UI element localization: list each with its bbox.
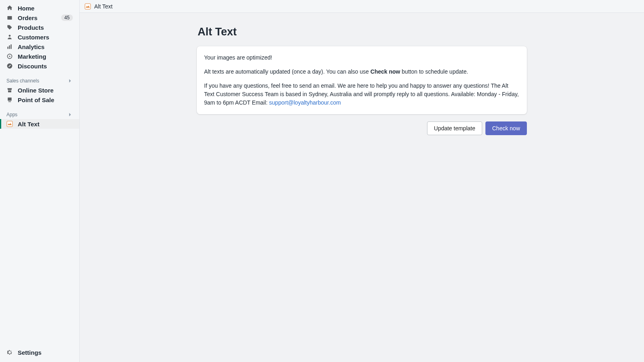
support-email-link[interactable]: support@loyaltyharbour.com bbox=[269, 99, 341, 106]
sidebar-item-label: Settings bbox=[18, 349, 41, 356]
content: Alt Text Your images are optimized! Alt … bbox=[80, 13, 644, 362]
card-text-fragment: If you have any questions, feel free to … bbox=[204, 82, 519, 106]
sidebar-item-label: Alt Text bbox=[18, 121, 39, 128]
topbar: Alt Text bbox=[80, 0, 644, 13]
card-text-fragment: button to schedule update. bbox=[400, 68, 468, 75]
sidebar-item-label: Online Store bbox=[18, 87, 54, 94]
gear-icon bbox=[6, 349, 13, 356]
card-text-optimized: Your images are optimized! bbox=[204, 53, 520, 62]
actions-row: Update template Check now bbox=[197, 121, 527, 135]
card-text-fragment: Alt texts are automatically updated (onc… bbox=[204, 68, 370, 75]
check-now-button[interactable]: Check now bbox=[485, 121, 527, 135]
sidebar-item-orders[interactable]: Orders 45 bbox=[0, 13, 79, 23]
sidebar-item-customers[interactable]: Customers bbox=[0, 32, 79, 42]
sidebar-item-analytics[interactable]: Analytics bbox=[0, 42, 79, 51]
sidebar-item-point-of-sale[interactable]: Point of Sale bbox=[0, 95, 79, 105]
sidebar-item-label: Products bbox=[18, 24, 44, 31]
svg-rect-9 bbox=[8, 97, 12, 101]
sidebar-item-products[interactable]: Products bbox=[0, 23, 79, 32]
discounts-icon bbox=[6, 63, 13, 69]
info-card: Your images are optimized! Alt texts are… bbox=[197, 46, 527, 114]
sidebar-section-sales-channels[interactable]: Sales channels bbox=[0, 75, 79, 85]
section-label: Apps bbox=[6, 112, 17, 117]
marketing-icon bbox=[6, 53, 13, 60]
alt-text-app-icon bbox=[85, 3, 91, 10]
sidebar-item-home[interactable]: Home bbox=[0, 3, 79, 13]
sidebar-item-label: Marketing bbox=[18, 53, 46, 60]
sidebar-item-label: Orders bbox=[18, 14, 37, 21]
chevron-right-icon bbox=[67, 112, 73, 117]
sidebar-item-label: Point of Sale bbox=[18, 97, 54, 103]
svg-rect-10 bbox=[8, 101, 11, 102]
sidebar-item-marketing[interactable]: Marketing bbox=[0, 51, 79, 61]
sidebar-item-discounts[interactable]: Discounts bbox=[0, 61, 79, 71]
sidebar-item-label: Home bbox=[18, 5, 35, 12]
sidebar-item-alt-text[interactable]: Alt Text bbox=[0, 119, 79, 129]
card-text-support: If you have any questions, feel free to … bbox=[204, 82, 520, 107]
sidebar-item-label: Analytics bbox=[18, 43, 45, 50]
customers-icon bbox=[6, 34, 13, 40]
orders-icon bbox=[6, 14, 13, 21]
analytics-icon bbox=[6, 43, 13, 50]
alt-text-app-icon bbox=[6, 121, 13, 127]
sidebar-section-apps[interactable]: Apps bbox=[0, 109, 79, 119]
update-template-button[interactable]: Update template bbox=[427, 121, 482, 135]
point-of-sale-icon bbox=[6, 97, 13, 103]
svg-point-7 bbox=[9, 56, 10, 57]
online-store-icon bbox=[6, 87, 13, 93]
orders-badge: 45 bbox=[61, 14, 73, 21]
sidebar-item-online-store[interactable]: Online Store bbox=[0, 85, 79, 95]
sidebar-item-label: Customers bbox=[18, 34, 49, 41]
svg-rect-11 bbox=[7, 121, 12, 127]
card-text-schedule: Alt texts are automatically updated (onc… bbox=[204, 68, 520, 76]
main: Alt Text Alt Text Your images are optimi… bbox=[80, 0, 644, 362]
page-title: Alt Text bbox=[198, 26, 527, 38]
sidebar-item-settings[interactable]: Settings bbox=[0, 348, 79, 357]
topbar-title: Alt Text bbox=[94, 3, 113, 10]
svg-rect-5 bbox=[10, 44, 11, 49]
chevron-right-icon bbox=[67, 78, 73, 84]
svg-rect-3 bbox=[7, 47, 8, 49]
home-icon bbox=[6, 5, 13, 11]
sidebar-item-label: Discounts bbox=[18, 63, 47, 70]
svg-point-2 bbox=[9, 35, 11, 37]
section-label: Sales channels bbox=[6, 78, 39, 84]
svg-rect-4 bbox=[9, 45, 10, 49]
svg-rect-12 bbox=[85, 4, 91, 9]
sidebar: Home Orders 45 Products Customers Analyt… bbox=[0, 0, 80, 362]
card-text-bold: Check now bbox=[370, 68, 400, 75]
products-icon bbox=[6, 24, 13, 31]
